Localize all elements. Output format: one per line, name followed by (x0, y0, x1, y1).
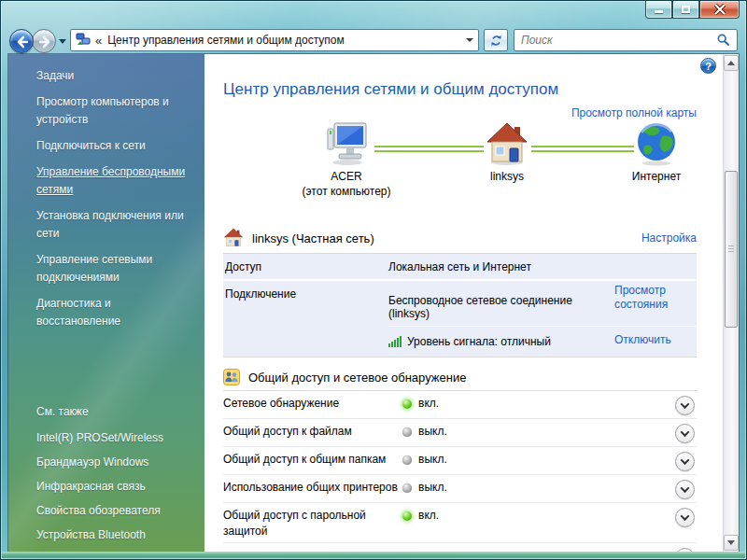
tasks-list: Просмотр компьютеров и устройствПодключи… (36, 93, 193, 330)
expand-section-button[interactable] (675, 480, 695, 499)
network-section-header: linksys (Частная сеть) Настройка (223, 228, 697, 254)
tasks-header: Задачи (36, 69, 204, 82)
access-label: Доступ (223, 254, 388, 279)
sidebar-task-link[interactable]: Установка подключения или сети (36, 207, 193, 243)
view-status-link[interactable]: Просмотр состояния (614, 284, 668, 311)
search-box[interactable] (514, 29, 738, 51)
chevron-down-icon (681, 455, 690, 465)
search-icon[interactable] (716, 33, 731, 48)
sharing-row-label: Использование общих принтеров (223, 480, 402, 496)
search-input[interactable] (514, 34, 716, 47)
house-icon (223, 228, 244, 248)
main-content: ? Центр управления сетями и общим доступ… (204, 54, 739, 552)
view-full-map-link[interactable]: Просмотр полной карты (571, 106, 697, 119)
maximize-button[interactable] (672, 1, 699, 19)
network-map-network[interactable]: linksys (456, 121, 558, 184)
network-details: Доступ Локальная сеть и Интернет Подключ… (223, 254, 697, 357)
scrollbar-thumb[interactable] (725, 171, 738, 328)
chevron-down-icon (681, 483, 690, 493)
minimize-icon (655, 10, 663, 13)
breadcrumb-overflow-chevron[interactable]: « (95, 34, 102, 48)
sidebar-task-link[interactable]: Просмотр компьютеров и устройств (36, 93, 193, 129)
close-icon (712, 4, 727, 15)
status-value: выкл. (418, 480, 447, 496)
sharing-rows: Сетевое обнаружение вкл. Общий доступ к … (223, 391, 697, 543)
refresh-button[interactable] (484, 29, 508, 51)
address-bar[interactable]: « Центр управления сетями и общим доступ… (70, 29, 479, 51)
connection-label: Подключение (223, 281, 388, 326)
chevron-down-icon (466, 38, 473, 42)
sharing-row-status: выкл. (402, 424, 675, 440)
sharing-row-status: выкл. (402, 480, 675, 496)
back-arrow-icon (14, 34, 31, 50)
breadcrumb[interactable]: Центр управления сетями и общим доступом (107, 34, 461, 47)
scroll-down-button[interactable] (724, 535, 739, 551)
sharing-row: Общий доступ к общим папкам выкл. (223, 447, 697, 475)
sharing-row: Использование общих принтеров выкл. (223, 475, 697, 503)
window-client-area: Задачи Просмотр компьютеров и устройствП… (8, 54, 739, 552)
address-dropdown-button[interactable] (461, 30, 478, 50)
chevron-down-icon (681, 427, 690, 437)
sidebar-task-link[interactable]: Управление беспроводными сетями (36, 163, 193, 199)
expand-section-button[interactable] (675, 424, 695, 443)
status-value: вкл. (418, 508, 439, 524)
sidebar-task-link[interactable]: Диагностика и восстановление (36, 295, 193, 330)
access-value: Локальная сеть и Интернет (388, 254, 614, 279)
navigation-toolbar: « Центр управления сетями и общим доступ… (1, 28, 746, 54)
sidebar-see-also-link[interactable]: Инфракрасная связь (36, 478, 193, 496)
connection-row: Подключение Беспроводное сетевое соедине… (223, 281, 697, 326)
signal-row: Уровень сигнала: отличный Отключить (223, 327, 697, 357)
sharing-row-label: Общий доступ с парольной защитой (223, 508, 402, 539)
sidebar-see-also-link[interactable]: Свойства обозревателя (36, 502, 193, 520)
status-dot-icon (402, 399, 412, 409)
sidebar-task-link[interactable]: Подключиться к сети (36, 137, 193, 155)
network-map-computer[interactable]: ACER (этот компьютер) (295, 121, 398, 199)
computer-sublabel: (этот компьютер) (295, 185, 398, 199)
sidebar-see-also-link[interactable]: Устройства Bluetooth (36, 526, 193, 544)
close-button[interactable] (699, 1, 740, 19)
minimize-button[interactable] (645, 1, 672, 19)
expand-section-button[interactable] (675, 452, 695, 471)
network-center-icon (76, 33, 91, 48)
status-value: вкл. (418, 396, 439, 412)
sharing-row: Сетевое обнаружение вкл. (223, 391, 697, 419)
customize-link[interactable]: Настройка (641, 231, 697, 245)
internet-label: Интернет (605, 170, 708, 184)
tasks-sidebar: Задачи Просмотр компьютеров и устройствП… (8, 54, 204, 552)
house-icon (485, 121, 529, 166)
sharing-row-label: Общий доступ к общим папкам (223, 452, 402, 468)
page-title: Центр управления сетями и общим доступом (223, 80, 697, 99)
scroll-up-button[interactable] (724, 55, 739, 71)
see-also-list: Intel(R) PROSet/WirelessБрандмауэр Windo… (36, 429, 193, 544)
window-bottom-frame (2, 552, 745, 558)
access-row: Доступ Локальная сеть и Интернет (223, 254, 697, 281)
status-dot-icon (402, 483, 412, 493)
sharing-row-status: выкл. (402, 452, 675, 468)
explorer-window: « Центр управления сетями и общим доступ… (0, 0, 747, 560)
expand-section-button[interactable] (675, 508, 695, 527)
expand-section-button[interactable] (675, 396, 695, 415)
network-map-internet[interactable]: Интернет (605, 121, 708, 184)
status-value: выкл. (418, 452, 447, 468)
network-label: linksys (456, 170, 558, 184)
help-icon[interactable]: ? (700, 58, 716, 74)
refresh-icon (489, 34, 503, 48)
sharing-row-status: вкл. (402, 508, 675, 524)
window-controls (645, 1, 740, 19)
status-dot-icon (402, 455, 412, 465)
network-section-title: linksys (Частная сеть) (252, 231, 374, 245)
computer-label: ACER (295, 170, 398, 184)
triangle-up-icon (727, 61, 735, 65)
sidebar-see-also-link[interactable]: Intel(R) PROSet/Wireless (36, 429, 193, 447)
vertical-scrollbar[interactable] (723, 54, 739, 552)
status-value: выкл. (418, 424, 447, 440)
forward-button[interactable] (32, 29, 56, 53)
see-also-group: См. также Intel(R) PROSet/WirelessБрандм… (8, 390, 204, 551)
sharing-row-partial (223, 543, 697, 552)
back-button[interactable] (9, 29, 34, 53)
sharing-row-label: Общий доступ к файлам (223, 424, 402, 440)
sidebar-see-also-link[interactable]: Брандмауэр Windows (36, 454, 193, 471)
recent-pages-dropdown-icon[interactable] (59, 39, 66, 44)
disconnect-link[interactable]: Отключить (614, 333, 671, 346)
sidebar-task-link[interactable]: Управление сетевыми подключениями (36, 251, 193, 287)
